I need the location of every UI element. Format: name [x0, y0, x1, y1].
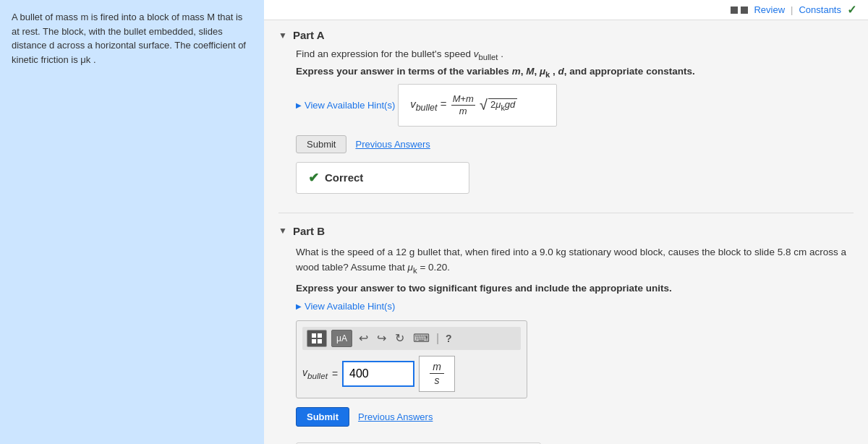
- part-b-units-box: m s: [419, 356, 455, 392]
- toolbar-mua-button[interactable]: μA: [331, 330, 352, 347]
- part-b-units-numerator: m: [430, 360, 444, 374]
- part-a-content: Find an expression for the bullet's spee…: [278, 48, 854, 201]
- review-icon: [731, 7, 738, 14]
- part-a-formula-equals: =: [441, 98, 450, 110]
- toolbar-help-button[interactable]: ?: [443, 333, 454, 344]
- part-b-equals: =: [332, 368, 338, 380]
- part-a-section: ▼ Part A Find an expression for the bull…: [278, 29, 854, 201]
- part-b-submit-row: Submit Previous Answers: [296, 407, 854, 427]
- part-a-header[interactable]: ▼ Part A: [278, 29, 854, 41]
- toolbar-grid-button[interactable]: [307, 330, 327, 347]
- part-divider: [278, 213, 854, 213]
- part-b-title: Part B: [293, 225, 325, 237]
- part-a-prev-answers-link[interactable]: Previous Answers: [355, 139, 430, 150]
- part-a-hint-link[interactable]: View Available Hint(s): [296, 100, 395, 111]
- review-icon-group: [731, 7, 748, 14]
- problem-description-panel: A bullet of mass m is fired into a block…: [0, 0, 264, 444]
- content-area: ▼ Part A Find an expression for the bull…: [264, 20, 868, 444]
- svg-rect-2: [312, 339, 316, 343]
- toolbar-separator: |: [436, 332, 439, 345]
- part-b-math-toolbar: μA ↩ ↪ ↻ ⌨ | ?: [302, 327, 521, 350]
- part-b-hint-link[interactable]: View Available Hint(s): [296, 301, 395, 312]
- review-icon-2: [741, 7, 748, 14]
- part-a-status-text: Correct: [325, 171, 363, 184]
- part-a-formula-box: vbullet = M+m m √ 2μkgd: [398, 84, 557, 126]
- topbar-checkmark-icon: ✓: [847, 3, 856, 17]
- review-link[interactable]: Review: [754, 4, 785, 15]
- part-a-express: Express your answer in terms of the vari…: [296, 66, 854, 79]
- problem-description-text: A bullet of mass m is fired into a block…: [12, 10, 252, 67]
- part-b-express: Express your answer to two significant f…: [296, 283, 854, 294]
- toolbar-keyboard-button[interactable]: ⌨: [411, 331, 432, 345]
- part-b-arrow-icon: ▼: [278, 226, 287, 236]
- constants-link[interactable]: Constants: [799, 4, 841, 15]
- svg-rect-0: [312, 333, 316, 338]
- part-a-fraction: M+m m: [451, 93, 475, 116]
- part-b-answer-input[interactable]: [342, 361, 414, 387]
- part-b-submit-button[interactable]: Submit: [296, 407, 349, 427]
- topbar-separator: |: [791, 4, 793, 15]
- part-a-submit-button[interactable]: Submit: [296, 135, 346, 153]
- part-a-formula-label: vbullet: [410, 98, 441, 110]
- part-a-status-box: ✔ Correct: [296, 162, 469, 194]
- part-a-submit-row: Submit Previous Answers: [296, 135, 854, 153]
- part-b-formula-label: vbullet: [302, 367, 328, 380]
- part-b-units-denominator: s: [432, 374, 443, 387]
- part-b-section: ▼ Part B What is the speed of a 12 g bul…: [278, 225, 854, 444]
- part-a-arrow-icon: ▼: [278, 30, 287, 40]
- svg-rect-3: [318, 339, 322, 343]
- part-a-title: Part A: [293, 29, 325, 41]
- part-b-header[interactable]: ▼ Part B: [278, 225, 854, 237]
- toolbar-reset-button[interactable]: ↻: [393, 331, 407, 345]
- part-b-question: What is the speed of a 12 g bullet that,…: [296, 244, 854, 277]
- right-panel: Review | Constants ✓ ▼ Part A Find an ex…: [264, 0, 868, 444]
- part-b-prev-answers-link[interactable]: Previous Answers: [358, 411, 433, 422]
- part-b-math-input-container: μA ↩ ↪ ↻ ⌨ | ? vbullet =: [296, 320, 527, 398]
- toolbar-redo-button[interactable]: ↪: [375, 331, 388, 345]
- part-a-sqrt: √ 2μkgd: [480, 98, 517, 112]
- part-a-question: Find an expression for the bullet's spee…: [296, 48, 854, 61]
- svg-rect-1: [318, 333, 322, 338]
- part-b-input-row: vbullet = m s: [302, 356, 521, 392]
- toolbar-undo-button[interactable]: ↩: [357, 331, 370, 345]
- part-a-check-icon: ✔: [308, 170, 319, 186]
- top-bar: Review | Constants ✓: [264, 0, 868, 20]
- part-b-content: What is the speed of a 12 g bullet that,…: [278, 244, 854, 444]
